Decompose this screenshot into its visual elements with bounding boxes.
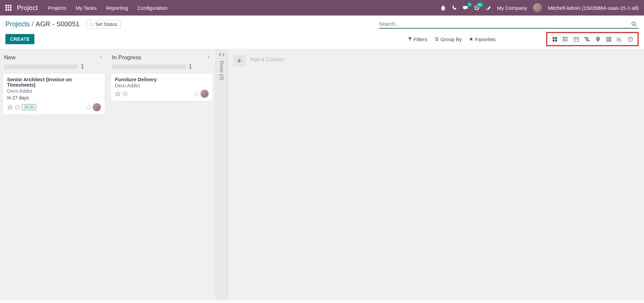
control-panel: Projects / AGR - S00051 Set Status CREAT… <box>0 16 644 49</box>
column-title[interactable]: New <box>4 54 97 61</box>
group-by-button[interactable]: Group By <box>435 36 462 42</box>
svg-point-6 <box>563 37 564 38</box>
column-progress[interactable] <box>4 64 78 69</box>
svg-rect-4 <box>552 39 554 41</box>
column-count: 1 <box>189 64 192 70</box>
map-view-button[interactable] <box>592 34 603 44</box>
card-title: Senior Architect (Invoice on Timesheets) <box>7 77 101 88</box>
state-dot[interactable] <box>194 92 198 96</box>
breadcrumb-current: AGR - S00051 <box>36 20 80 28</box>
svg-rect-10 <box>584 37 588 38</box>
kanban-board: New + 1 Senior Architect (Invoice on Tim… <box>0 49 644 300</box>
folded-column-label: Done (3) <box>219 61 225 80</box>
group-by-label: Group By <box>440 36 462 42</box>
list-view-button[interactable] <box>560 34 571 44</box>
create-button[interactable]: CREATE <box>5 34 34 44</box>
nav-menu: Projects My Tasks Reporting Configuratio… <box>48 5 167 11</box>
card-due: In 27 days <box>7 95 101 100</box>
company-name[interactable]: My Company <box>497 5 527 11</box>
search-input[interactable] <box>379 21 629 27</box>
nav-my-tasks[interactable]: My Tasks <box>75 5 96 11</box>
graph-view-button[interactable] <box>614 34 625 44</box>
state-dot[interactable] <box>87 105 91 109</box>
card-customer: Deco Addict <box>115 83 209 88</box>
favorites-label: Favorites <box>475 36 496 42</box>
user-name[interactable]: Mitchell Admin (15026884-saas-15-1-all) <box>548 5 639 11</box>
task-card[interactable]: Furniture Delivery Deco Addict <box>111 73 213 101</box>
search-icon[interactable] <box>629 21 639 27</box>
unfold-icon <box>219 53 224 57</box>
nav-reporting[interactable]: Reporting <box>106 5 128 11</box>
filter-group: Filters Group By Favorites <box>408 36 496 42</box>
breadcrumb: Projects / AGR - S00051 <box>5 20 80 28</box>
app-brand[interactable]: Project <box>17 4 38 12</box>
kanban-view-button[interactable] <box>549 34 560 44</box>
tools-icon[interactable] <box>486 5 491 10</box>
column-title[interactable]: In Progress <box>112 54 205 61</box>
time-badge: 30:00 <box>22 104 36 110</box>
nav-right: 7 41 My Company Mitchell Admin (15026884… <box>440 3 639 12</box>
nav-projects[interactable]: Projects <box>48 5 66 11</box>
messages-badge: 7 <box>467 2 472 7</box>
star-icon[interactable] <box>7 104 13 110</box>
svg-rect-5 <box>555 39 557 41</box>
column-new: New + 1 Senior Architect (Invoice on Tim… <box>0 49 108 300</box>
gantt-view-button[interactable] <box>582 34 592 44</box>
svg-point-7 <box>563 39 564 39</box>
add-column-button[interactable] <box>233 55 245 67</box>
activity-badge: 41 <box>476 2 484 7</box>
breadcrumb-root[interactable]: Projects <box>5 20 30 28</box>
svg-rect-13 <box>606 37 611 41</box>
svg-rect-11 <box>585 39 589 40</box>
favorites-button[interactable]: Favorites <box>469 36 496 42</box>
card-title: Furniture Delivery <box>115 77 209 82</box>
filters-button[interactable]: Filters <box>408 36 427 42</box>
messages-icon[interactable]: 7 <box>463 5 468 10</box>
add-column-area: Add a Column <box>228 49 289 300</box>
task-card[interactable]: Senior Architect (Invoice on Timesheets)… <box>3 73 105 115</box>
view-switcher <box>546 32 639 46</box>
column-count: 1 <box>81 64 84 70</box>
phone-icon[interactable] <box>452 5 457 10</box>
column-in-progress: In Progress + 1 Furniture Delivery Deco … <box>108 49 216 300</box>
status-dot-icon <box>90 23 93 26</box>
breadcrumb-separator: / <box>32 20 34 28</box>
user-avatar[interactable] <box>533 3 542 12</box>
set-status-button[interactable]: Set Status <box>86 20 121 29</box>
assignee-avatar[interactable] <box>201 90 209 98</box>
pivot-view-button[interactable] <box>603 34 614 44</box>
activity-icon[interactable]: 41 <box>474 5 480 10</box>
quick-add-button[interactable]: + <box>205 54 212 61</box>
column-progress[interactable] <box>112 64 186 69</box>
clock-icon[interactable] <box>15 105 20 110</box>
quick-add-button[interactable]: + <box>97 54 104 61</box>
star-icon[interactable] <box>115 91 121 97</box>
svg-rect-2 <box>552 37 554 39</box>
svg-rect-3 <box>555 37 557 39</box>
apps-icon[interactable] <box>5 5 11 11</box>
nav-configuration[interactable]: Configuration <box>137 5 167 11</box>
svg-rect-12 <box>586 40 590 41</box>
set-status-label: Set Status <box>95 22 117 27</box>
top-navbar: Project Projects My Tasks Reporting Conf… <box>0 0 644 16</box>
add-column-label[interactable]: Add a Column <box>250 55 284 63</box>
column-done-folded[interactable]: Done (3) <box>216 49 228 300</box>
bug-icon[interactable] <box>440 5 446 10</box>
activity-view-button[interactable] <box>625 34 636 44</box>
svg-point-1 <box>632 22 635 25</box>
svg-point-8 <box>563 40 564 41</box>
svg-rect-9 <box>574 37 578 41</box>
clock-icon[interactable] <box>123 91 128 96</box>
calendar-view-button[interactable] <box>571 34 582 44</box>
search-container <box>379 20 639 29</box>
filters-label: Filters <box>413 36 427 42</box>
assignee-avatar[interactable] <box>93 103 101 111</box>
card-customer: Deco Addict <box>7 88 101 94</box>
